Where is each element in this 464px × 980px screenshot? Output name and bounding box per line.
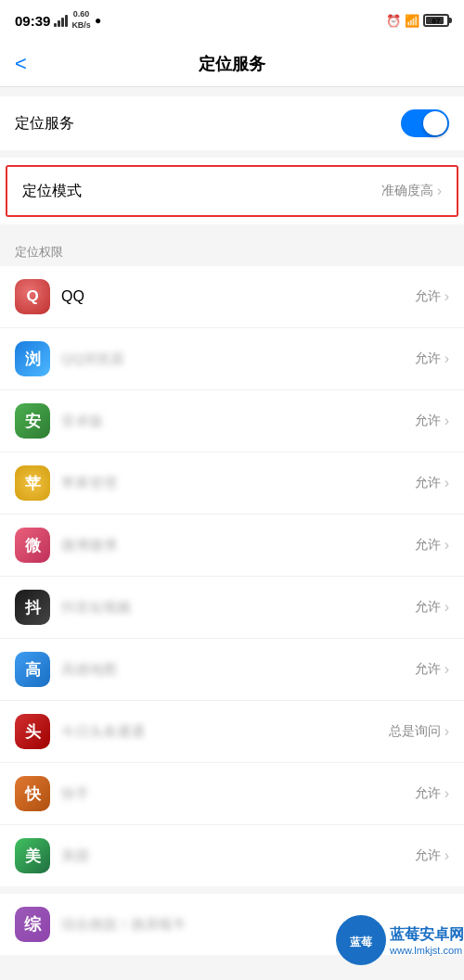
app-permission: 允许 › [415, 661, 449, 678]
app-icon: 苹 [15, 465, 50, 501]
svg-text:蓝莓: 蓝莓 [350, 935, 373, 948]
chevron-icon: › [445, 537, 449, 554]
location-service-toggle[interactable] [401, 109, 449, 137]
chevron-icon: › [445, 288, 449, 305]
nav-bar: < 定位服务 [0, 41, 464, 87]
app-name: 安卓版 [61, 413, 103, 430]
signal-dot: ● [95, 14, 101, 27]
signal-icon [54, 14, 68, 27]
app-icon: 微 [15, 528, 50, 563]
chevron-icon: › [445, 785, 449, 802]
chevron-icon: › [445, 599, 449, 616]
app-icon: 浏 [15, 341, 50, 376]
app-icon: Q [15, 279, 50, 314]
watermark-svg: 蓝莓 [343, 923, 379, 958]
app-row-left: 美 美团 [15, 838, 415, 873]
watermark-text-block: 蓝莓安卓网 www.lmkjst.com [390, 925, 464, 956]
battery-icon: 87 [423, 14, 449, 27]
app-permission: 允许 › [415, 288, 449, 305]
location-mode-row[interactable]: 定位模式 准确度高 › [7, 167, 457, 215]
location-service-row: 定位服务 [0, 96, 464, 150]
chevron-icon: › [445, 413, 449, 429]
location-mode-left: 定位模式 [22, 182, 381, 201]
chevron-icon: › [445, 847, 449, 864]
location-service-section: 定位服务 [0, 96, 464, 150]
app-name: QQ [61, 288, 84, 305]
app-row-left: 抖 抖音短视频 [15, 590, 415, 625]
watermark: 蓝莓 蓝莓安卓网 www.lmkjst.com [336, 915, 464, 965]
app-name: 今日头条通通 [61, 723, 145, 741]
time-label: 09:39 [15, 13, 50, 29]
app-icon: 高 [15, 652, 50, 687]
partial-app-name: 综合挑脱！挑亲呱牛 [61, 916, 187, 934]
battery-label: 87 [425, 16, 447, 25]
app-permission: 允许 › [415, 350, 449, 367]
app-row[interactable]: 头 今日头条通通 总是询问 › [0, 701, 464, 763]
app-row-left: Q QQ [15, 279, 415, 314]
chevron-icon: › [445, 723, 449, 740]
app-row-left: 头 今日头条通通 [15, 714, 389, 749]
app-row-left: 苹 苹果管理 [15, 465, 415, 501]
app-row[interactable]: 美 美团 允许 › [0, 825, 464, 886]
app-name: 美团 [61, 847, 89, 865]
app-name: QQ浏览器 [61, 350, 124, 368]
app-row[interactable]: 微 微博微博 允许 › [0, 515, 464, 577]
status-right: ⏰ 📶 87 [386, 14, 449, 28]
app-row[interactable]: Q QQ 允许 › [0, 266, 464, 328]
app-name: 高德地图 [61, 661, 117, 679]
chevron-icon: › [445, 661, 449, 678]
sim-icon: 📶 [405, 14, 419, 28]
app-row[interactable]: 快 快手 允许 › [0, 763, 464, 825]
location-service-left: 定位服务 [15, 114, 401, 134]
permissions-label: 定位权限 [0, 234, 464, 266]
app-permission: 允许 › [415, 537, 449, 554]
app-row[interactable]: 安 安卓版 允许 › [0, 390, 464, 452]
location-mode-highlight: 定位模式 准确度高 › [6, 165, 458, 217]
app-permission: 允许 › [415, 785, 449, 802]
app-icon: 快 [15, 776, 50, 811]
back-button[interactable]: < [15, 52, 27, 76]
chevron-icon: › [445, 475, 449, 491]
watermark-logo: 蓝莓 [336, 915, 386, 965]
app-icon: 安 [15, 403, 50, 439]
toggle-thumb [423, 111, 447, 135]
app-icon: 美 [15, 838, 50, 873]
app-permission: 总是询问 › [389, 723, 449, 740]
location-mode-label: 定位模式 [22, 182, 82, 201]
app-row[interactable]: 抖 抖音短视频 允许 › [0, 577, 464, 639]
app-name: 苹果管理 [61, 475, 117, 492]
app-permissions-section: Q QQ 允许 › 浏 QQ浏览器 允许 › 安 [0, 266, 464, 886]
status-bar: 09:39 0.60 KB/s ● ⏰ 📶 87 [0, 0, 464, 41]
app-name: 抖音短视频 [61, 599, 131, 617]
app-permission: 允许 › [415, 599, 449, 616]
app-name: 微博微博 [61, 537, 117, 554]
chevron-icon: › [445, 350, 449, 367]
app-row[interactable]: 浏 QQ浏览器 允许 › [0, 328, 464, 390]
app-name: 快手 [61, 785, 89, 803]
app-permission: 允许 › [415, 847, 449, 864]
app-row[interactable]: 苹 苹果管理 允许 › [0, 452, 464, 515]
app-icon: 抖 [15, 590, 50, 625]
watermark-url: www.lmkjst.com [390, 945, 464, 956]
app-permission: 允许 › [415, 413, 449, 429]
page-title: 定位服务 [199, 53, 265, 75]
alarm-icon: ⏰ [386, 14, 401, 28]
network-speed: 0.60 KB/s [71, 9, 91, 31]
partial-app-icon: 综 [15, 907, 50, 942]
app-row-left: 浏 QQ浏览器 [15, 341, 415, 376]
status-left: 09:39 0.60 KB/s ● [15, 9, 101, 31]
app-icon: 头 [15, 714, 50, 749]
app-row[interactable]: 高 高德地图 允许 › [0, 639, 464, 701]
app-row-left: 快 快手 [15, 776, 415, 811]
app-row-left: 安 安卓版 [15, 403, 415, 439]
app-row-left: 微 微博微博 [15, 528, 415, 563]
location-service-label: 定位服务 [15, 114, 74, 134]
app-row-left: 高 高德地图 [15, 652, 415, 687]
chevron-icon: › [437, 183, 442, 199]
watermark-site: 蓝莓安卓网 [390, 925, 464, 945]
app-permission: 允许 › [415, 475, 449, 491]
location-mode-value: 准确度高 › [381, 183, 442, 199]
